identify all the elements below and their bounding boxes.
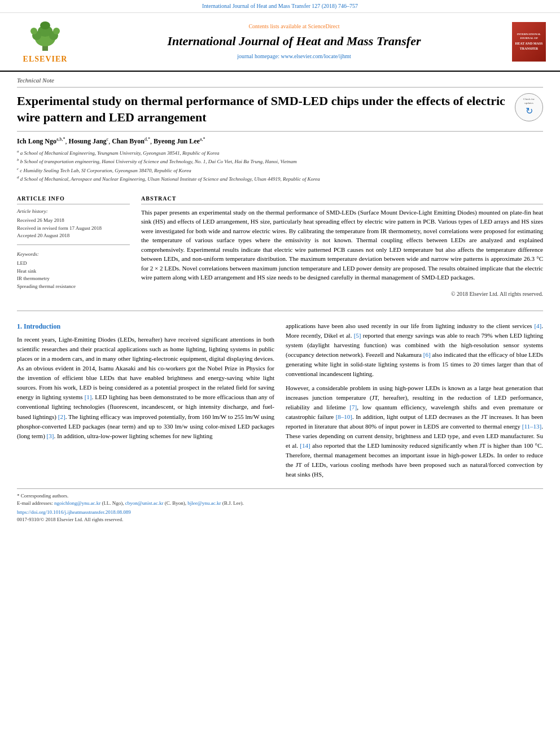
email-label: E-mail addresses: — [17, 500, 54, 506]
journal-citation: International Journal of Heat and Mass T… — [202, 3, 358, 9]
introduction-heading: 1. Introduction — [17, 321, 274, 332]
abstract-header: ABSTRACT — [141, 195, 543, 204]
fuel-based-text: based — [17, 413, 31, 420]
affiliation-a: a a School of Mechanical Engineering, Ye… — [17, 148, 543, 157]
elsevier-logo-section: ELSEVIER — [11, 19, 79, 65]
authors-line: Ich Long Ngoa,b,*, Hosung Jangc, Chan By… — [17, 136, 543, 146]
keyword-led: LED — [17, 260, 130, 268]
journal-citation-bar: International Journal of Heat and Mass T… — [0, 0, 560, 13]
intro-paragraph-col2: applications have been also used recentl… — [286, 321, 543, 379]
keyword-ir: IR thermometry — [17, 275, 130, 283]
body-column-left: 1. Introduction In recent years, Light-E… — [17, 321, 274, 480]
affiliations: a a School of Mechanical Engineering, Ye… — [17, 148, 543, 184]
journal-title: International Journal of Heat and Mass T… — [85, 33, 504, 50]
elsevier-logo: ELSEVIER — [11, 19, 79, 65]
abstract-text: This paper presents an experimental stud… — [141, 208, 543, 282]
keyword-heatsink: Heat sink — [17, 268, 130, 276]
affiliation-d: d d School of Mechanical, Aerospace and … — [17, 174, 543, 183]
elsevier-wordmark: ELSEVIER — [23, 54, 68, 65]
doi-link: https://doi.org/10.1016/j.ijheatmasstran… — [17, 509, 543, 516]
section-divider — [17, 311, 543, 311]
keyword-spreading: Spreading thermal resistance — [17, 283, 130, 291]
the-text-marker: The — [286, 433, 295, 439]
svg-point-3 — [40, 21, 50, 29]
email-byon[interactable]: cbyon@unist.ac.kr — [125, 500, 164, 506]
article-dates: Received 26 May 2018 Received in revised… — [17, 217, 130, 240]
affiliation-b: b b School of transportation engineering… — [17, 157, 543, 165]
science-direct-link: Contents lists available at ScienceDirec… — [85, 23, 504, 30]
footnotes-section: * Corresponding authors. E-mail addresse… — [17, 488, 543, 523]
copyright-line: © 2018 Elsevier Ltd. All rights reserved… — [141, 287, 543, 298]
received-date: Received 26 May 2018 — [17, 217, 130, 225]
affiliation-c: c c Humidity Sealing Tech Lab, SI Corpor… — [17, 166, 543, 174]
main-content: Technical Note Experimental study on the… — [0, 72, 560, 523]
svg-point-6 — [30, 28, 37, 34]
article-info-abstract-section: ARTICLE INFO Article history: Received 2… — [17, 188, 543, 305]
introduction-section: 1. Introduction In recent years, Light-E… — [17, 317, 543, 484]
email-lee[interactable]: bjlee@ynu.ac.kr — [187, 500, 221, 506]
article-title-section: Experimental study on thermal performanc… — [17, 88, 543, 132]
issn-line: 0017-9310/© 2018 Elsevier Ltd. All right… — [17, 516, 543, 523]
accepted-date: Accepted 20 August 2018 — [17, 232, 130, 240]
authors-section: Ich Long Ngoa,b,*, Hosung Jangc, Chan By… — [17, 132, 543, 187]
article-title: Experimental study on thermal performanc… — [17, 93, 509, 125]
article-info-column: ARTICLE INFO Article history: Received 2… — [17, 195, 130, 298]
abstract-column: ABSTRACT This paper presents an experime… — [141, 195, 543, 298]
journal-cover-image: INTERNATIONAL JOURNAL OF HEAT AND MASS T… — [512, 22, 546, 62]
journal-homepage: journal homepage: www.elsevier.com/locat… — [85, 53, 504, 60]
revised-date: Received in revised form 17 August 2018 — [17, 225, 130, 233]
corresponding-authors-note: * Corresponding authors. — [17, 492, 543, 500]
article-history-label: Article history: — [17, 208, 130, 215]
svg-point-7 — [53, 28, 60, 34]
article-info-header: ARTICLE INFO — [17, 195, 130, 204]
intro-paragraph-col2-p2: However, a considerable problem in using… — [286, 383, 543, 479]
email-addresses: E-mail addresses: ngoichlong@ynu.ac.kr (… — [17, 500, 543, 507]
keywords-label: Keywords: — [17, 251, 130, 258]
body-column-right: applications have been also used recentl… — [286, 321, 543, 480]
journal-info-center: Contents lists available at ScienceDirec… — [85, 23, 504, 60]
intro-paragraph-col1: In recent years, Light-Emitting Diodes (… — [17, 335, 274, 441]
check-for-updates-badge: Check for updates ↻ — [515, 93, 543, 121]
journal-cover: INTERNATIONAL JOURNAL OF HEAT AND MASS T… — [509, 22, 549, 62]
email-ngo[interactable]: ngoichlong@ynu.ac.kr — [54, 500, 100, 506]
journal-header: ELSEVIER Contents lists available at Sci… — [0, 13, 560, 72]
elsevier-tree-icon — [23, 19, 68, 53]
article-type-label: Technical Note — [17, 72, 543, 88]
